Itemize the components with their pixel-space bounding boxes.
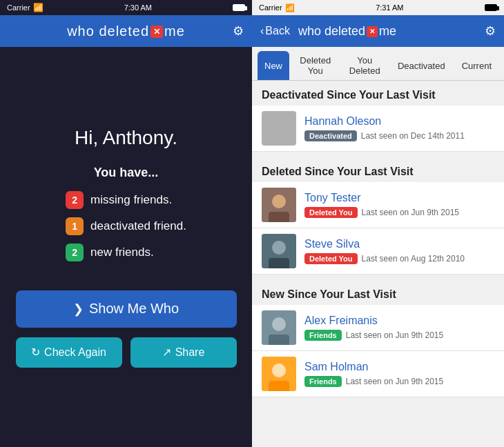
person-name-tony: Tony Tester [304, 192, 494, 204]
person-info-alex: Alex Freimanis Friends Last seen on Jun … [304, 315, 494, 341]
share-icon: ↗ [162, 346, 171, 359]
left-panel: Carrier 📶 7:30 AM who deleted✕me ⚙ Hi, A… [0, 0, 252, 447]
battery-icon-right [485, 4, 497, 11]
share-label: Share [175, 346, 205, 359]
tag-steve: Deleted You [304, 253, 358, 264]
refresh-icon: ↻ [31, 346, 40, 359]
right-content: Deactivated Since Your Last Visit Hannah… [252, 81, 504, 447]
tab-new[interactable]: New [258, 51, 289, 80]
avatar-alex-img [262, 310, 296, 345]
tab-current[interactable]: Current [455, 51, 498, 80]
right-header: ‹ Back who deleted✕me ⚙ [252, 15, 504, 47]
right-panel: Carrier 📶 7:31 AM ‹ Back who deleted✕me … [252, 0, 504, 447]
wifi-icon-right: 📶 [285, 3, 295, 12]
left-content: Hi, Anthony. You have... 2 missing frien… [0, 47, 252, 447]
stat-deactivated: 1 deactivated friend. [66, 217, 186, 235]
last-seen-sam: Last seen on Jun 9th 2015 [346, 377, 443, 386]
stat-new-label: new friends. [90, 246, 154, 259]
back-button[interactable]: ‹ Back [260, 25, 290, 37]
right-carrier-text: Carrier [259, 3, 282, 12]
person-name-hannah: Hannah Oleson [304, 115, 494, 128]
left-app-title: who deleted✕me [67, 23, 185, 39]
badge-missing: 2 [66, 191, 84, 209]
svg-rect-8 [269, 335, 289, 345]
right-app-title: who deleted✕me [298, 24, 396, 39]
x-icon-left: ✕ [151, 26, 163, 38]
bottom-buttons: ↻ Check Again ↗ Share [16, 337, 237, 368]
right-status-bar: Carrier 📶 7:31 AM [252, 0, 504, 15]
battery-icon-left [233, 4, 245, 11]
person-name-alex: Alex Freimanis [304, 315, 494, 327]
person-meta-hannah: Deactivated Last seen on Dec 14th 2011 [304, 130, 494, 141]
stats-list: 2 missing friends. 1 deactivated friend.… [66, 191, 186, 270]
tabs-bar: New Deleted You You Deleted Deactivated … [252, 47, 504, 81]
left-carrier: Carrier 📶 [7, 3, 43, 12]
tag-sam: Friends [304, 376, 342, 387]
tab-deleted-you[interactable]: Deleted You [292, 51, 338, 80]
left-time: 7:30 AM [124, 3, 152, 12]
avatar-hannah [262, 111, 296, 146]
person-meta-tony: Deleted You Last seen on Jun 9th 2015 [304, 207, 494, 218]
person-name-sam: Sam Holman [304, 361, 494, 373]
svg-point-7 [272, 317, 286, 331]
person-row-alex: Alex Freimanis Friends Last seen on Jun … [252, 305, 504, 351]
stat-missing-label: missing friends. [90, 193, 172, 207]
chevron-icon: ❯ [73, 301, 84, 317]
share-button[interactable]: ↗ Share [130, 337, 237, 368]
last-seen-steve: Last seen on Aug 12th 2010 [362, 254, 465, 264]
avatar-steve [262, 234, 296, 268]
show-me-who-label: Show Me Who [89, 301, 179, 317]
section-title-new: New Since Your Last Visit [252, 280, 504, 305]
back-chevron-icon: ‹ [260, 25, 264, 37]
person-name-steve: Steve Silva [304, 238, 494, 250]
show-me-who-button[interactable]: ❯ Show Me Who [16, 290, 237, 328]
person-row-sam: Sam Holman Friends Last seen on Jun 9th … [252, 351, 504, 397]
person-meta-sam: Friends Last seen on Jun 9th 2015 [304, 376, 494, 387]
right-time: 7:31 AM [376, 3, 403, 12]
last-seen-alex: Last seen on Jun 9th 2015 [346, 330, 443, 340]
right-battery [485, 4, 497, 11]
section-title-deleted: Deleted Since Your Last Visit [252, 157, 504, 182]
badge-new: 2 [66, 244, 84, 261]
person-meta-steve: Deleted You Last seen on Aug 12th 2010 [304, 253, 494, 264]
person-row-steve: Steve Silva Deleted You Last seen on Aug… [252, 228, 504, 275]
left-battery [233, 4, 245, 11]
section-gap-2 [252, 275, 504, 280]
avatar-tony-img [262, 188, 296, 222]
tag-hannah: Deactivated [304, 130, 357, 141]
section-title-deactivated: Deactivated Since Your Last Visit [252, 81, 504, 106]
badge-deactivated: 1 [66, 217, 84, 235]
left-header: who deleted✕me ⚙ [0, 15, 252, 47]
tag-tony: Deleted You [304, 207, 358, 218]
settings-button-right[interactable]: ⚙ [485, 23, 496, 39]
avatar-alex [262, 310, 296, 345]
person-info-steve: Steve Silva Deleted You Last seen on Aug… [304, 238, 494, 264]
person-info-tony: Tony Tester Deleted You Last seen on Jun… [304, 192, 494, 218]
tag-alex: Friends [304, 330, 342, 341]
svg-point-1 [272, 195, 286, 208]
person-info-hannah: Hannah Oleson Deactivated Last seen on D… [304, 115, 494, 141]
person-info-sam: Sam Holman Friends Last seen on Jun 9th … [304, 361, 494, 387]
check-again-button[interactable]: ↻ Check Again [16, 337, 122, 368]
last-seen-hannah: Last seen on Dec 14th 2011 [361, 131, 465, 141]
avatar-steve-img [262, 234, 296, 268]
svg-point-4 [272, 241, 286, 255]
back-label: Back [265, 25, 290, 37]
avatar-sam-img [262, 357, 296, 391]
stat-missing: 2 missing friends. [66, 191, 186, 209]
left-carrier-text: Carrier [7, 3, 30, 12]
x-icon-right: ✕ [367, 26, 378, 37]
stat-new: 2 new friends. [66, 244, 186, 261]
person-row-tony: Tony Tester Deleted You Last seen on Jun… [252, 182, 504, 228]
svg-rect-2 [269, 212, 289, 222]
check-again-label: Check Again [44, 346, 106, 359]
settings-button-left[interactable]: ⚙ [233, 23, 244, 39]
avatar-tony [262, 188, 296, 222]
avatar-sam [262, 357, 296, 391]
tab-deactivated[interactable]: Deactivated [391, 51, 452, 80]
tab-you-deleted[interactable]: You Deleted [341, 51, 388, 80]
stat-deactivated-label: deactivated friend. [90, 219, 186, 233]
svg-rect-5 [269, 258, 289, 268]
wifi-icon: 📶 [33, 3, 43, 12]
last-seen-tony: Last seen on Jun 9th 2015 [362, 208, 459, 217]
